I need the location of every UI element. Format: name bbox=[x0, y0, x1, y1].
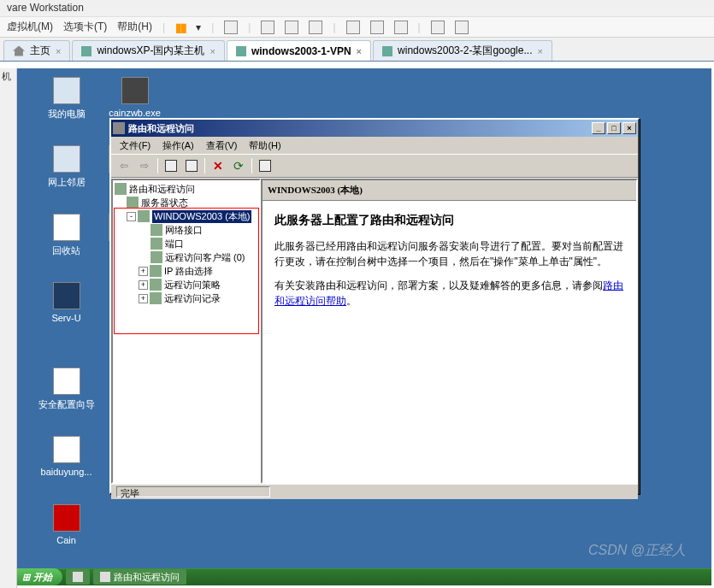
content-paragraph: 有关安装路由和远程访问，部署方案，以及疑难解答的更多信息，请参阅路由和远程访问帮… bbox=[274, 278, 624, 309]
tree-network-interfaces[interactable]: 网络接口 bbox=[115, 223, 257, 237]
content-body: 此服务器上配置了路由和远程访问 此服务器已经用路由和远程访问服务器安装向导进行了… bbox=[263, 201, 636, 329]
separator: | bbox=[162, 21, 165, 33]
content-paragraph: 此服务器已经用路由和远程访问服务器安装向导进行了配置。要对当前配置进行更改，请在… bbox=[274, 238, 624, 269]
delete-icon: ✕ bbox=[213, 159, 223, 173]
desktop-icon-recycle-bin[interactable]: 回收站 bbox=[34, 214, 98, 257]
icon-label: cainzwb.exe bbox=[109, 108, 161, 118]
refresh-button[interactable]: ⟳ bbox=[229, 156, 248, 175]
tree-ras-logging[interactable]: +远程访问记录 bbox=[115, 291, 257, 305]
menu-help[interactable]: 帮助(H) bbox=[244, 138, 286, 154]
menu-help[interactable]: 帮助(H) bbox=[117, 20, 152, 34]
forward-button[interactable]: ⇨ bbox=[135, 156, 154, 175]
toolbar-icon[interactable] bbox=[455, 21, 469, 34]
minimize-button[interactable]: _ bbox=[592, 122, 605, 134]
tree-server-status[interactable]: 服务器状态 bbox=[115, 196, 257, 209]
tree-label: 端口 bbox=[165, 238, 184, 250]
toolbar-icon[interactable] bbox=[394, 21, 408, 34]
menu-tabs[interactable]: 选项卡(T) bbox=[63, 20, 107, 34]
computer-icon bbox=[53, 77, 80, 104]
toolbar-icon[interactable] bbox=[261, 21, 274, 34]
menu-vm[interactable]: 虚拟机(M) bbox=[7, 20, 53, 34]
tab-label: windows2003-1-VPN bbox=[251, 45, 351, 57]
start-button[interactable]: ⊞ 开始 bbox=[17, 568, 62, 585]
tab-2003-vpn[interactable]: windows2003-1-VPN × bbox=[227, 40, 371, 61]
content-heading: 此服务器上配置了路由和远程访问 bbox=[274, 213, 624, 228]
wizard-icon bbox=[53, 368, 80, 395]
toolbar-icon[interactable] bbox=[285, 21, 298, 34]
taskbar-item[interactable] bbox=[66, 569, 90, 585]
separator bbox=[204, 158, 205, 173]
tree-ports[interactable]: 端口 bbox=[115, 237, 257, 250]
desktop-icon-cainexe[interactable]: cainzwb.exe bbox=[103, 77, 167, 118]
expand-icon[interactable]: + bbox=[139, 267, 148, 276]
taskbar: ⊞ 开始 路由和远程访问 bbox=[17, 568, 711, 585]
icon-label: 回收站 bbox=[52, 245, 80, 256]
mmc-menubar: 文件(F) 操作(A) 查看(V) 帮助(H) bbox=[111, 137, 638, 154]
desktop-icon-security-wizard[interactable]: 安全配置向导 bbox=[34, 368, 98, 411]
back-button[interactable]: ⇦ bbox=[115, 156, 133, 175]
mmc-titlebar[interactable]: 路由和远程访问 _ □ × bbox=[111, 120, 638, 137]
toolbar-icon[interactable] bbox=[370, 21, 384, 34]
tab-2003-google[interactable]: windows2003-2-某国google... × bbox=[373, 40, 552, 61]
dropdown-icon[interactable]: ▾ bbox=[196, 21, 201, 33]
tab-close-icon[interactable]: × bbox=[56, 46, 61, 56]
tab-close-icon[interactable]: × bbox=[357, 46, 362, 56]
desktop-icon-cain[interactable]: Cain bbox=[34, 504, 98, 545]
menu-view[interactable]: 查看(V) bbox=[201, 138, 243, 154]
tree-ras-clients[interactable]: 远程访问客户端 (0) bbox=[115, 250, 257, 264]
app-icon bbox=[113, 122, 125, 134]
taskbar-item-rras[interactable]: 路由和远程访问 bbox=[93, 569, 186, 585]
tree-label: 网络接口 bbox=[165, 224, 203, 237]
network-icon bbox=[53, 145, 80, 173]
mmc-tree[interactable]: 路由和远程访问 服务器状态 -WINDOWS2003 (本地) 网络接口 端口 … bbox=[111, 179, 261, 484]
toolbar-icon[interactable] bbox=[431, 21, 445, 34]
app-icon bbox=[100, 572, 110, 582]
separator: | bbox=[333, 21, 335, 33]
tab-xp[interactable]: windowsXP-国内某主机 × bbox=[72, 40, 224, 61]
separator: | bbox=[418, 21, 421, 33]
expand-icon[interactable]: + bbox=[139, 280, 148, 290]
desktop-icon-my-computer[interactable]: 我的电脑 bbox=[34, 77, 98, 121]
tab-close-icon[interactable]: × bbox=[537, 46, 542, 56]
toolbar-icon[interactable] bbox=[346, 21, 360, 34]
properties-icon bbox=[186, 160, 198, 172]
tab-close-icon[interactable]: × bbox=[209, 46, 215, 56]
tree-root[interactable]: 路由和远程访问 bbox=[115, 182, 257, 196]
menu-action[interactable]: 操作(A) bbox=[157, 138, 199, 154]
vmware-titlebar: vare Workstation bbox=[0, 0, 714, 17]
desktop-icon-servu[interactable]: Serv-U bbox=[34, 282, 98, 323]
icon-label: Serv-U bbox=[51, 313, 80, 323]
guest-desktop[interactable]: 我的电脑 cainzwb.exe 网上邻居 Ne 回收站 网v3 Serv-U … bbox=[17, 68, 711, 585]
collapse-icon[interactable]: - bbox=[127, 212, 136, 221]
help-button[interactable] bbox=[256, 156, 274, 175]
tree-ras-policies[interactable]: +远程访问策略 bbox=[115, 278, 257, 291]
desktop-icon-network-places[interactable]: 网上邻居 bbox=[34, 145, 98, 189]
mmc-content-pane: WINDOWS2003 (本地) 此服务器上配置了路由和远程访问 此服务器已经用… bbox=[261, 179, 638, 484]
tree-ip-routing[interactable]: +IP 路由选择 bbox=[115, 264, 257, 278]
toolbar-icon[interactable] bbox=[309, 21, 322, 34]
separator bbox=[251, 158, 252, 173]
expand-icon[interactable]: + bbox=[139, 294, 148, 303]
refresh-icon: ⟳ bbox=[233, 159, 244, 173]
close-button[interactable]: × bbox=[623, 122, 636, 134]
cain-icon bbox=[53, 504, 80, 532]
vmware-menubar: 虚拟机(M) 选项卡(T) 帮助(H) | ▮▮ ▾ | | | | bbox=[0, 17, 714, 38]
tree-server-local[interactable]: -WINDOWS2003 (本地) bbox=[115, 209, 257, 223]
tab-home[interactable]: 主页 × bbox=[3, 40, 70, 61]
menu-file[interactable]: 文件(F) bbox=[115, 138, 156, 154]
tree-label: 远程访问记录 bbox=[164, 292, 221, 305]
toolbar-icon[interactable] bbox=[224, 21, 238, 34]
separator: | bbox=[211, 21, 214, 33]
home-icon bbox=[13, 46, 25, 56]
up-button[interactable] bbox=[162, 156, 180, 175]
vmware-title-text: vare Workstation bbox=[7, 2, 84, 14]
pause-icon[interactable]: ▮▮ bbox=[175, 21, 186, 34]
server-icon bbox=[138, 210, 150, 222]
delete-button[interactable]: ✕ bbox=[209, 156, 227, 175]
desktop-icon-baidu[interactable]: baiduyung... bbox=[34, 436, 98, 477]
maximize-button[interactable]: □ bbox=[607, 122, 621, 134]
mmc-body: 路由和远程访问 服务器状态 -WINDOWS2003 (本地) 网络接口 端口 … bbox=[111, 178, 638, 484]
content-header: WINDOWS2003 (本地) bbox=[263, 180, 636, 201]
policy-icon bbox=[150, 279, 162, 291]
properties-button[interactable] bbox=[182, 156, 201, 175]
